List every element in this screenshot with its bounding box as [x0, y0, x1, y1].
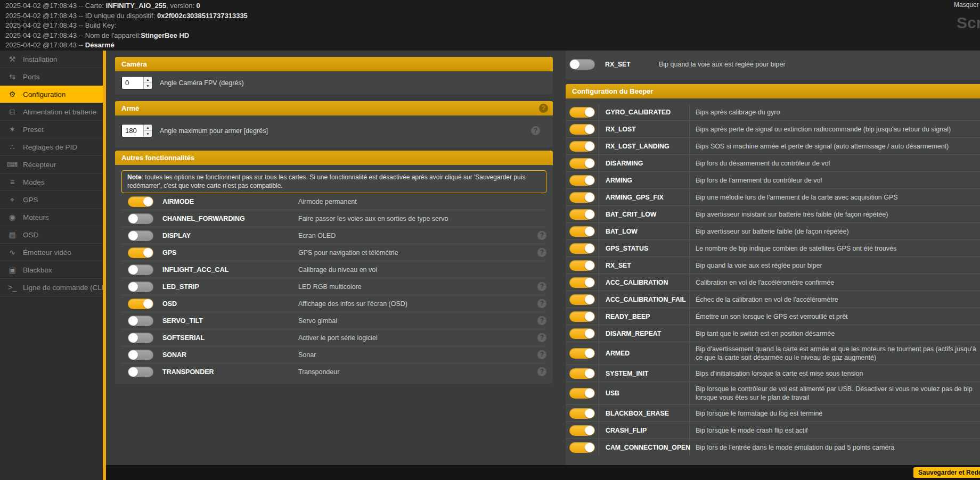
- toggle-display[interactable]: [128, 230, 153, 241]
- feature-description: Airmode permanent: [298, 198, 546, 205]
- beeper-rows: GYRO_CALIBRATED Bips après calibrage du …: [566, 104, 980, 456]
- help-icon[interactable]: ?: [537, 367, 546, 376]
- toggle-beeper-system_init[interactable]: [569, 368, 595, 379]
- help-icon[interactable]: ?: [537, 316, 546, 325]
- sidebar-item-osd[interactable]: ▦ OSD: [0, 226, 103, 244]
- other-features-section: Autres fonctionnalités Note: toutes les …: [115, 151, 553, 384]
- toggle-transponder[interactable]: [128, 367, 153, 377]
- beeper-row: RX_LOST Bips après perte de signal ou ex…: [566, 120, 980, 137]
- sidebar-item-vtx[interactable]: ∿ Émetteur vidéo: [0, 244, 103, 261]
- toggle-knob: [585, 210, 594, 219]
- beeper-partial-section: RX_SET Bip quand la voie aux est réglée …: [566, 51, 980, 80]
- feature-row: LED_STRIP LED RGB multicolore ?: [121, 278, 546, 295]
- toggle-gps[interactable]: [128, 247, 153, 258]
- toggle-beeper-acc_calibration[interactable]: [569, 277, 595, 288]
- sidebar-item-ports[interactable]: ⇆ Ports: [0, 68, 103, 86]
- sidebar-item-configuration[interactable]: ⚙ Configuration: [0, 86, 103, 103]
- beeper-row: DISARM_REPEAT Bip tant que le switch est…: [566, 325, 980, 342]
- toggle-airmode[interactable]: [128, 196, 153, 207]
- toggle-softserial[interactable]: [128, 333, 153, 343]
- toggle-knob: [585, 388, 594, 398]
- toggle-knob: [128, 333, 138, 343]
- toggle-knob: [128, 231, 138, 241]
- toggle-beeper-crash_flip[interactable]: [569, 425, 595, 436]
- spinner-up-icon[interactable]: ▲: [144, 77, 152, 83]
- toggle-knob: [585, 278, 594, 287]
- help-icon[interactable]: ?: [537, 282, 546, 291]
- toggle-beeper-arming[interactable]: [569, 175, 595, 186]
- spinner-buttons[interactable]: ▲▼: [143, 77, 152, 89]
- toggle-beeper-blackbox_erase[interactable]: [569, 408, 595, 419]
- feature-row: TRANSPONDER Transpondeur ?: [121, 363, 546, 380]
- beeper-row: ACC_CALIBRATION_FAIL Échec de la calibra…: [566, 291, 980, 308]
- toggle-beeper-bat_crit_low[interactable]: [569, 209, 595, 220]
- sidebar-item-gps[interactable]: ⌖ GPS: [0, 191, 103, 209]
- toggle-servo_tilt[interactable]: [128, 316, 153, 326]
- sidebar-item-moteurs[interactable]: ◉ Moteurs: [0, 209, 103, 226]
- toggle-beeper-acc_calibration_fail[interactable]: [569, 294, 595, 305]
- sidebar-item-alimentation[interactable]: ⊟ Alimentation et batterie: [0, 103, 103, 121]
- toggle-beeper-usb[interactable]: [569, 388, 595, 399]
- sidebar-item-blackbox[interactable]: ▣ Blackbox: [0, 261, 103, 279]
- toggle-beeper-bat_low[interactable]: [569, 226, 595, 237]
- sidebar-item-modes[interactable]: ≡ Modes: [0, 173, 103, 191]
- fpv-camera-angle-input[interactable]: 0 ▲▼: [121, 76, 152, 89]
- toggle-knob: [570, 60, 579, 69]
- max-arm-angle-input[interactable]: 180 ▲▼: [121, 124, 152, 137]
- toggle-knob: [585, 125, 594, 134]
- beeper-description: Bip avertisseur sur batterie faible (de …: [690, 223, 980, 239]
- toggle-knob: [128, 316, 138, 326]
- sidebar-item-cli[interactable]: >_ Ligne de commande (CLI): [0, 279, 103, 296]
- toggle-beeper-arming_gps_fix[interactable]: [569, 192, 595, 203]
- help-icon[interactable]: ?: [539, 104, 548, 113]
- help-icon[interactable]: ?: [537, 333, 546, 342]
- toggle-beeper-disarm_repeat[interactable]: [569, 328, 595, 339]
- hide-log-link[interactable]: Masquer: [954, 1, 979, 9]
- sidebar-item-recepteur[interactable]: ⌨ Récepteur: [0, 156, 103, 173]
- save-reboot-button[interactable]: Sauvegarder et Redémarrer: [913, 467, 980, 478]
- toggle-inflight_acc_cal[interactable]: [128, 264, 153, 275]
- beeper-name: SYSTEM_INIT: [599, 365, 690, 382]
- beeper-row: ARMING_GPS_FIX Bip une mélodie lors de l…: [566, 188, 980, 205]
- toggle-sonar[interactable]: [128, 350, 153, 360]
- toggle-knob: [585, 193, 594, 202]
- toggle-beeper-cam_connection_open[interactable]: [569, 442, 595, 453]
- toggle-osd[interactable]: [128, 299, 153, 309]
- blackbox-icon: ▣: [7, 266, 18, 274]
- beeper-row: CAM_CONNECTION_OPEN Bip lors de l'entrée…: [566, 438, 980, 456]
- toggle-beeper-gyro_calibrated[interactable]: [569, 107, 595, 118]
- sidebar-item-pid[interactable]: ∴ Réglages de PID: [0, 138, 103, 156]
- spinner-down-icon[interactable]: ▼: [144, 83, 152, 89]
- spinner-down-icon[interactable]: ▼: [144, 131, 152, 137]
- toggle-rx-set[interactable]: [569, 59, 595, 70]
- camera-section: Caméra 0 ▲▼ Angle Caméra FPV (degrés): [115, 57, 553, 94]
- help-icon[interactable]: ?: [537, 299, 546, 308]
- feature-row: SERVO_TILT Servo gimbal ?: [121, 312, 546, 329]
- help-icon[interactable]: ?: [537, 350, 546, 359]
- log-panel: 2025-04-02 @17:08:43 -- Carte: INFINITY_…: [0, 0, 980, 51]
- toggle-knob: [585, 329, 594, 338]
- sidebar-item-installation[interactable]: ⚒ Installation: [0, 51, 103, 68]
- toggle-channel_forwarding[interactable]: [128, 213, 153, 224]
- spinner-up-icon[interactable]: ▲: [144, 125, 152, 131]
- help-icon[interactable]: ?: [537, 231, 546, 240]
- toggle-beeper-gps_status[interactable]: [569, 243, 595, 254]
- beeper-description: Bips d'initialisation lorsque la carte e…: [690, 365, 980, 382]
- help-icon[interactable]: ?: [531, 126, 540, 135]
- help-icon[interactable]: ?: [537, 248, 546, 257]
- beeper-name: RX_SET: [599, 56, 653, 72]
- toggle-beeper-rx_lost[interactable]: [569, 124, 595, 135]
- toggle-beeper-armed[interactable]: [569, 348, 595, 359]
- beeper-row: ARMED Bip d'avertissement quand la carte…: [566, 342, 980, 365]
- sidebar-item-preset[interactable]: ✶ Preset: [0, 121, 103, 138]
- beeper-row: USB Bip lorsque le contrôleur de vol est…: [566, 382, 980, 404]
- toggle-beeper-rx_lost_landing[interactable]: [569, 141, 595, 152]
- toggle-beeper-disarming[interactable]: [569, 158, 595, 169]
- toggle-led_strip[interactable]: [128, 282, 153, 292]
- feature-name: CHANNEL_FORWARDING: [162, 215, 298, 222]
- toggle-knob: [585, 244, 594, 253]
- toggle-beeper-ready_beep[interactable]: [569, 311, 595, 322]
- feature-row: DISPLAY Ecran OLED ?: [121, 227, 546, 244]
- spinner-buttons[interactable]: ▲▼: [143, 125, 152, 137]
- toggle-beeper-rx_set[interactable]: [569, 260, 595, 271]
